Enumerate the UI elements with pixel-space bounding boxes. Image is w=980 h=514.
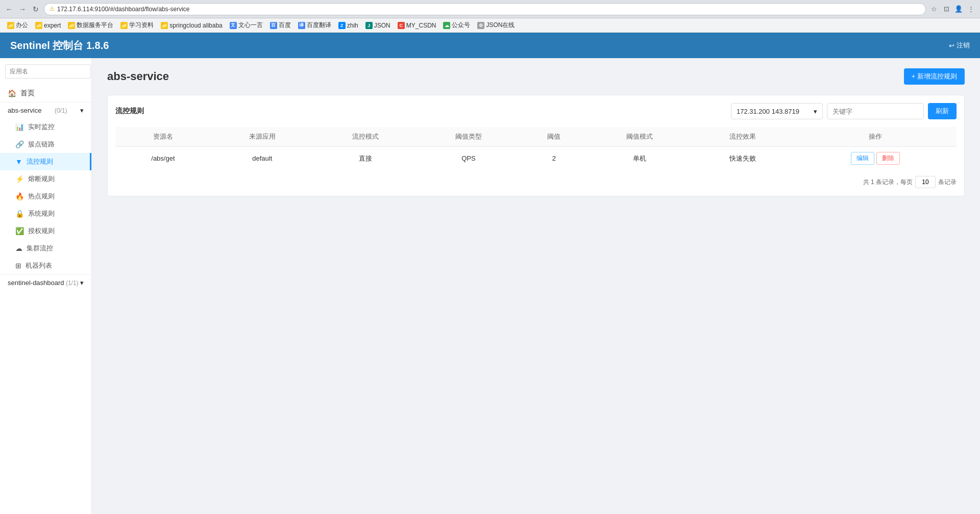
bookmark-item-wenxin[interactable]: 文 文心一言 <box>227 20 266 31</box>
delete-button[interactable]: 删除 <box>876 152 900 165</box>
col-flow-effect: 流控效果 <box>691 127 794 147</box>
bookmark-item-json[interactable]: J JSON <box>362 21 394 30</box>
main-layout: 搜索 🏠 首页 abs-service (0/1) ▾ 📊 实时监控 🔗 <box>0 58 980 514</box>
bookmark-star-button[interactable]: ☆ <box>929 4 939 14</box>
page-size-input[interactable] <box>915 176 936 188</box>
sidebar-home-item[interactable]: 🏠 首页 <box>0 85 91 102</box>
bookmark-label-translate: 百度翻译 <box>307 21 331 30</box>
table-card: 流控规则 172.31.200 143.8719 ▾ 刷新 资源名 <box>107 95 965 196</box>
sidebar-item-auth[interactable]: ✅ 授权规则 <box>0 222 91 240</box>
refresh-button[interactable]: 刷新 <box>928 103 957 119</box>
bookmark-item-data-platform[interactable]: 📁 数据服务平台 <box>65 20 116 31</box>
forward-button[interactable]: → <box>17 4 28 14</box>
col-flow-mode: 流控模式 <box>314 127 417 147</box>
bookmark-label-csdn: MY_CSDN <box>406 22 436 29</box>
lightning-icon: ⚡ <box>15 175 24 183</box>
table-header-row: 资源名 来源应用 流控模式 阈值类型 阈值 阈值模式 流控效果 操作 <box>115 127 957 147</box>
menu-label-cluster-link: 簇点链路 <box>28 140 55 149</box>
bookmark-icon-study: 📁 <box>120 22 128 29</box>
cell-resource: /abs/get <box>115 147 211 170</box>
fire-icon: 🔥 <box>15 192 24 200</box>
bookmark-item-json-online[interactable]: ⚙ JSON在线 <box>474 20 518 31</box>
menu-button[interactable]: ⋮ <box>966 4 976 14</box>
sidebar-item-circuit[interactable]: ⚡ 熔断规则 <box>0 170 91 188</box>
bookmark-item-office[interactable]: 📁 办公 <box>4 20 31 31</box>
sidebar-item-cluster-flow[interactable]: ☁ 集群流控 <box>0 240 91 257</box>
cell-flow-mode: 直接 <box>314 147 417 170</box>
cloud-icon: ☁ <box>15 244 22 252</box>
bookmark-item-expert[interactable]: 📁 expert <box>32 21 64 30</box>
sidebar-service-abs: abs-service (0/1) ▾ 📊 实时监控 🔗 簇点链路 ▼ 流控规则 <box>0 102 91 274</box>
col-threshold-type: 阈值类型 <box>417 127 520 147</box>
profile-button[interactable]: 👤 <box>953 4 964 14</box>
table-section-title: 流控规则 <box>115 107 144 116</box>
sidebar-item-machine[interactable]: ⊞ 机器列表 <box>0 257 91 274</box>
bookmark-label-zhih: zhih <box>347 22 358 29</box>
table-row: /abs/get default 直接 QPS 2 单机 快速失败 编辑 删除 <box>115 147 957 170</box>
bookmark-label-json: JSON <box>374 22 390 29</box>
logout-button[interactable]: ↩ 注销 <box>949 41 970 50</box>
menu-label-cluster-flow: 集群流控 <box>27 244 53 253</box>
chart-icon: 📊 <box>15 123 24 131</box>
address-text: 172.17.6.114:9100/#/dashboard/flow/abs-s… <box>57 6 190 13</box>
bookmark-icon-springcloud: 📁 <box>161 22 168 29</box>
menu-label-system: 系统规则 <box>28 209 55 218</box>
add-rule-button[interactable]: + 新增流控规则 <box>904 68 965 85</box>
service-abs-name: abs-service <box>8 107 41 114</box>
bookmark-icon-data-platform: 📁 <box>68 22 75 29</box>
col-source: 来源应用 <box>211 127 314 147</box>
cell-threshold-mode: 单机 <box>588 147 691 170</box>
app-wrapper: Sentinel 控制台 1.8.6 ↩ 注销 搜索 🏠 首页 abs-serv… <box>0 33 980 514</box>
content-area: abs-service + 新增流控规则 流控规则 172.31.200 143… <box>92 58 980 514</box>
back-button[interactable]: ← <box>4 4 14 14</box>
sidebar-service-abs-header[interactable]: abs-service (0/1) ▾ <box>0 102 91 118</box>
extension-button[interactable]: ⊡ <box>941 4 951 14</box>
bookmark-icon-json: J <box>365 22 373 29</box>
lock-icon: ⚠ <box>50 6 55 12</box>
bookmark-label-expert: expert <box>44 22 61 29</box>
sidebar: 搜索 🏠 首页 abs-service (0/1) ▾ 📊 实时监控 🔗 <box>0 58 92 514</box>
bookmark-item-zhih[interactable]: Z zhih <box>335 21 361 30</box>
service-sentinel-name: sentinel-dashboard <box>8 279 64 287</box>
col-threshold: 阈值 <box>520 127 588 147</box>
chevron-down-icon: ▾ <box>814 108 817 115</box>
table-body: /abs/get default 直接 QPS 2 单机 快速失败 编辑 删除 <box>115 147 957 170</box>
bookmark-item-study[interactable]: 📁 学习资料 <box>117 20 157 31</box>
service-abs-chevron: ▾ <box>80 107 84 114</box>
bookmark-label-wenxin: 文心一言 <box>238 21 263 30</box>
col-threshold-mode: 阈值模式 <box>588 127 691 147</box>
address-bar[interactable]: ⚠ 172.17.6.114:9100/#/dashboard/flow/abs… <box>44 3 926 15</box>
cell-threshold-type: QPS <box>417 147 520 170</box>
logout-icon: ↩ <box>949 42 954 49</box>
cell-actions: 编辑 删除 <box>794 147 957 170</box>
sidebar-item-flow-rules[interactable]: ▼ 流控规则 <box>0 153 91 170</box>
bookmark-item-translate[interactable]: 译 百度翻译 <box>295 20 334 31</box>
sidebar-item-system[interactable]: 🔒 系统规则 <box>0 205 91 222</box>
ip-selector[interactable]: 172.31.200 143.8719 ▾ <box>731 103 823 119</box>
bookmark-label-data-platform: 数据服务平台 <box>77 21 113 30</box>
menu-label-circuit: 熔断规则 <box>28 174 55 184</box>
sidebar-item-hotspot[interactable]: 🔥 热点规则 <box>0 188 91 205</box>
sidebar-item-realtime[interactable]: 📊 实时监控 <box>0 118 91 136</box>
pagination-records: 条记录 <box>938 178 957 187</box>
bookmark-item-gongzhonghao[interactable]: ☁ 公众号 <box>440 20 473 31</box>
bookmarks-bar: 📁 办公 📁 expert 📁 数据服务平台 📁 学习资料 📁 springcl… <box>0 18 980 33</box>
sidebar-item-cluster-link[interactable]: 🔗 簇点链路 <box>0 136 91 153</box>
table-card-header: 流控规则 172.31.200 143.8719 ▾ 刷新 <box>115 103 957 119</box>
bookmark-icon-wenxin: 文 <box>230 22 237 29</box>
search-input[interactable] <box>5 64 91 79</box>
bookmark-icon-json-online: ⚙ <box>477 22 484 29</box>
bookmark-item-springcloud[interactable]: 📁 springcloud alibaba <box>158 21 225 30</box>
sidebar-service-sentinel-header[interactable]: sentinel-dashboard (1/1) ▾ <box>0 275 91 291</box>
bookmark-item-csdn[interactable]: C MY_CSDN <box>395 21 439 30</box>
app-title: Sentinel 控制台 1.8.6 <box>10 39 109 53</box>
edit-button[interactable]: 编辑 <box>851 152 874 165</box>
page-title: abs-service <box>107 70 169 83</box>
table-controls: 172.31.200 143.8719 ▾ 刷新 <box>731 103 957 119</box>
cell-flow-effect: 快速失败 <box>691 147 794 170</box>
keyword-input[interactable] <box>827 103 924 119</box>
service-sentinel-chevron: ▾ <box>80 279 84 287</box>
refresh-button[interactable]: ↻ <box>31 4 41 14</box>
bookmark-item-baidu[interactable]: 百 百度 <box>267 20 294 31</box>
browser-chrome: ← → ↻ ⚠ 172.17.6.114:9100/#/dashboard/fl… <box>0 0 980 18</box>
